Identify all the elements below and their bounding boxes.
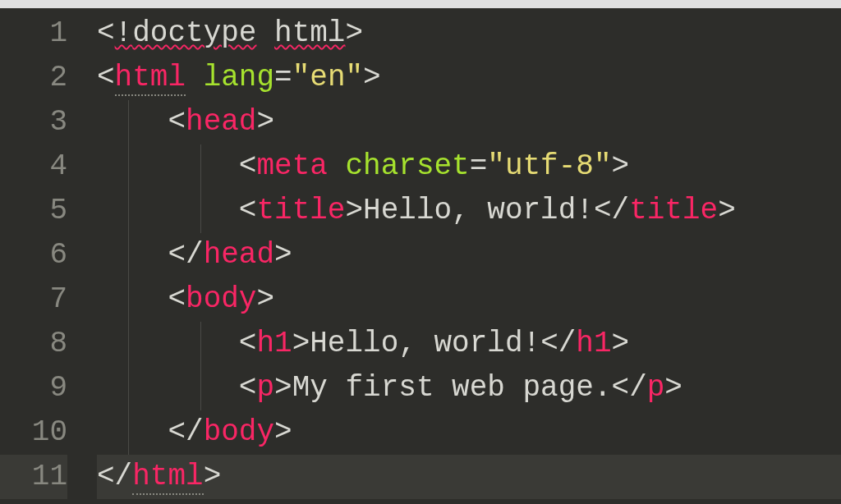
tag-h1-open: h1 bbox=[256, 327, 292, 360]
bracket-open-slash: </ bbox=[540, 327, 576, 360]
line-number: 7 bbox=[0, 277, 67, 322]
tag-h1-close: h1 bbox=[576, 327, 611, 360]
indent bbox=[97, 105, 168, 139]
bracket-open-slash: </ bbox=[168, 238, 203, 272]
space bbox=[328, 149, 346, 183]
tag-body: body bbox=[186, 282, 256, 316]
indent bbox=[97, 282, 168, 316]
bracket-close: > bbox=[612, 327, 630, 360]
tag-meta: meta bbox=[256, 149, 327, 183]
tag-body-close: body bbox=[204, 415, 274, 449]
line-number: 4 bbox=[0, 144, 67, 189]
indent bbox=[97, 149, 239, 183]
tag-p-open: p bbox=[256, 371, 274, 405]
code-line-9[interactable]: <p>My first web page.</p> bbox=[97, 366, 841, 410]
tag-head-close: head bbox=[204, 238, 274, 272]
bracket-close: > bbox=[664, 371, 682, 405]
equals: = bbox=[274, 61, 292, 94]
bracket-close: > bbox=[256, 105, 274, 139]
tag-html: html bbox=[115, 61, 186, 96]
bracket-close: > bbox=[363, 61, 381, 94]
doctype-bang: ! bbox=[115, 16, 133, 50]
bracket-open: < bbox=[97, 61, 115, 94]
bracket-close: > bbox=[274, 371, 292, 405]
tag-p-close: p bbox=[647, 371, 665, 405]
bracket-close: > bbox=[256, 282, 274, 316]
bracket-close: > bbox=[345, 194, 363, 227]
line-number: 6 bbox=[0, 233, 67, 277]
code-editor[interactable]: 1 2 3 4 5 6 7 8 9 10 11 <!doctype html> … bbox=[0, 8, 841, 504]
h1-text: Hello, world! bbox=[310, 327, 540, 360]
bracket-open-slash: </ bbox=[612, 371, 647, 405]
indent bbox=[97, 238, 168, 272]
indent bbox=[97, 327, 239, 360]
attr-lang: lang bbox=[204, 61, 274, 94]
bracket-open: < bbox=[168, 105, 186, 139]
line-number: 9 bbox=[0, 366, 67, 410]
tag-head: head bbox=[186, 105, 256, 139]
code-line-10[interactable]: </body> bbox=[97, 410, 841, 455]
code-line-5[interactable]: <title>Hello, world!</title> bbox=[97, 189, 841, 233]
indent bbox=[97, 194, 239, 227]
window-top-bar bbox=[0, 0, 841, 8]
code-line-1[interactable]: <!doctype html> bbox=[97, 11, 841, 56]
bracket-close: > bbox=[274, 238, 292, 272]
code-area[interactable]: <!doctype html> <html lang="en"> <head> … bbox=[82, 8, 841, 504]
bracket-open: < bbox=[239, 194, 257, 227]
doctype-keyword: doctype bbox=[132, 16, 256, 50]
attr-value-en: "en" bbox=[292, 61, 363, 94]
attr-charset: charset bbox=[345, 149, 469, 183]
space bbox=[186, 61, 204, 94]
bracket-open-slash: </ bbox=[168, 415, 203, 449]
tag-html-close: html bbox=[132, 460, 203, 495]
code-line-11-active[interactable]: </html> bbox=[97, 455, 841, 499]
bracket-open-slash: </ bbox=[594, 194, 629, 227]
title-text: Hello, world! bbox=[363, 194, 594, 227]
line-number: 8 bbox=[0, 322, 67, 366]
bracket-close: > bbox=[204, 460, 222, 493]
line-number-gutter: 1 2 3 4 5 6 7 8 9 10 11 bbox=[0, 8, 82, 504]
space bbox=[256, 16, 274, 50]
indent bbox=[97, 371, 239, 405]
line-number-active: 11 bbox=[0, 455, 67, 499]
bracket-open: < bbox=[168, 282, 186, 316]
indent bbox=[97, 415, 168, 449]
bracket-open: < bbox=[239, 149, 257, 183]
bracket-open: < bbox=[239, 327, 257, 360]
tag-title-open: title bbox=[256, 194, 345, 227]
tag-title-close: title bbox=[629, 194, 718, 227]
doctype-html: html bbox=[274, 16, 345, 50]
bracket-close: > bbox=[718, 194, 736, 227]
p-text: My first web page. bbox=[292, 371, 612, 405]
bracket-open: < bbox=[239, 371, 257, 405]
bracket-close: > bbox=[292, 327, 310, 360]
bracket-close: > bbox=[274, 415, 292, 449]
bracket-close: > bbox=[345, 16, 363, 50]
line-number: 2 bbox=[0, 56, 67, 100]
bracket-close: > bbox=[612, 149, 630, 183]
code-line-7[interactable]: <body> bbox=[97, 277, 841, 322]
line-number: 5 bbox=[0, 189, 67, 233]
code-line-8[interactable]: <h1>Hello, world!</h1> bbox=[97, 322, 841, 366]
code-line-4[interactable]: <meta charset="utf-8"> bbox=[97, 144, 841, 189]
code-line-6[interactable]: </head> bbox=[97, 233, 841, 277]
bracket-open: < bbox=[97, 16, 115, 50]
code-line-3[interactable]: <head> bbox=[97, 100, 841, 144]
line-number: 3 bbox=[0, 100, 67, 144]
code-line-2[interactable]: <html lang="en"> bbox=[97, 56, 841, 100]
equals: = bbox=[470, 149, 488, 183]
attr-value-utf8: "utf-8" bbox=[487, 149, 611, 183]
line-number: 10 bbox=[0, 410, 67, 455]
line-number: 1 bbox=[0, 11, 67, 56]
bracket-open-slash: </ bbox=[97, 460, 132, 493]
